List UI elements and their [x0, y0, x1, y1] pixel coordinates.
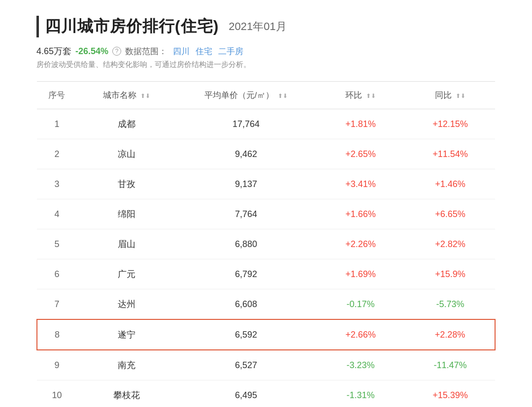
cell-rank: 6 — [37, 259, 77, 289]
cell-price: 6,527 — [176, 350, 316, 380]
cell-rank: 5 — [37, 229, 77, 259]
info-icon[interactable]: ? — [112, 47, 121, 56]
cell-city: 凉山 — [77, 139, 176, 169]
cell-rank: 9 — [37, 350, 77, 380]
table-row: 10攀枝花6,495-1.31%+15.39% — [37, 380, 495, 407]
cell-rank: 7 — [37, 289, 77, 320]
scope-tag-sichuan[interactable]: 四川 — [173, 46, 190, 57]
cell-mom: +2.65% — [316, 139, 405, 169]
cell-mom: +3.41% — [316, 169, 405, 199]
cell-price: 6,792 — [176, 259, 316, 289]
cell-yoy: +2.82% — [405, 229, 495, 259]
sort-icon-city: ⬆⬇ — [140, 93, 150, 99]
cell-yoy: +6.65% — [405, 199, 495, 229]
stats-row: 4.65万套 -26.54% ? 数据范围： 四川 住宅 二手房 — [36, 45, 496, 57]
cell-yoy: +15.9% — [405, 259, 495, 289]
cell-rank: 1 — [37, 109, 77, 139]
cell-yoy: -5.73% — [405, 289, 495, 320]
cell-city: 广元 — [77, 259, 176, 289]
table-row: 5眉山6,880+2.26%+2.82% — [37, 229, 495, 259]
cell-rank: 4 — [37, 199, 77, 229]
th-city[interactable]: 城市名称 ⬆⬇ — [77, 82, 176, 109]
sub-note: 房价波动受供给量、结构变化影响，可通过房价结构进一步分析。 — [36, 60, 496, 69]
cell-yoy: +2.28% — [405, 319, 495, 350]
cell-price: 9,462 — [176, 139, 316, 169]
sort-icon-mom: ⬆⬇ — [366, 93, 376, 99]
cell-city: 达州 — [77, 289, 176, 320]
th-price[interactable]: 平均单价（元/㎡） ⬆⬇ — [176, 82, 316, 109]
cell-price: 7,764 — [176, 199, 316, 229]
cell-mom: -3.23% — [316, 350, 405, 380]
cell-rank: 2 — [37, 139, 77, 169]
table-row: 3甘孜9,137+3.41%+1.46% — [37, 169, 495, 199]
cell-city: 遂宁 — [77, 319, 176, 350]
cell-yoy: +12.15% — [405, 109, 495, 139]
table-row: 7达州6,608-0.17%-5.73% — [37, 289, 495, 320]
cell-price: 9,137 — [176, 169, 316, 199]
table-row: 1成都17,764+1.81%+12.15% — [37, 109, 495, 139]
cell-rank: 8 — [37, 319, 77, 350]
table-row: 9南充6,527-3.23%-11.47% — [37, 350, 495, 380]
cell-price: 6,592 — [176, 319, 316, 350]
cell-price: 17,764 — [176, 109, 316, 139]
cell-mom: +2.26% — [316, 229, 405, 259]
th-yoy[interactable]: 同比 ⬆⬇ — [405, 82, 495, 109]
scope-tag-zhuzhai[interactable]: 住宅 — [196, 46, 212, 57]
stats-scope-label: 数据范围： — [125, 46, 167, 57]
stats-change: -26.54% — [75, 46, 108, 57]
table-header-row: 序号 城市名称 ⬆⬇ 平均单价（元/㎡） ⬆⬇ 环比 ⬆⬇ 同比 ⬆⬇ — [37, 82, 495, 109]
cell-rank: 3 — [37, 169, 77, 199]
cell-mom: +1.69% — [316, 259, 405, 289]
cell-rank: 10 — [37, 380, 77, 407]
cell-city: 攀枝花 — [77, 380, 176, 407]
page-title: 四川城市房价排行(住宅) — [36, 16, 219, 37]
cell-price: 6,495 — [176, 380, 316, 407]
th-rank: 序号 — [37, 82, 77, 109]
date-label: 2021年01月 — [229, 19, 286, 34]
cell-city: 南充 — [77, 350, 176, 380]
cell-mom: +2.66% — [316, 319, 405, 350]
cell-yoy: -11.47% — [405, 350, 495, 380]
cell-mom: -0.17% — [316, 289, 405, 320]
cell-yoy: +1.46% — [405, 169, 495, 199]
cell-mom: +1.81% — [316, 109, 405, 139]
price-table: 序号 城市名称 ⬆⬇ 平均单价（元/㎡） ⬆⬇ 环比 ⬆⬇ 同比 ⬆⬇ — [36, 81, 496, 407]
stats-count: 4.65万套 — [36, 45, 71, 57]
cell-mom: +1.66% — [316, 199, 405, 229]
header-row: 四川城市房价排行(住宅) 2021年01月 — [36, 16, 496, 37]
table-row: 4绵阳7,764+1.66%+6.65% — [37, 199, 495, 229]
scope-tag-ershou[interactable]: 二手房 — [218, 46, 243, 57]
table-row: 6广元6,792+1.69%+15.9% — [37, 259, 495, 289]
cell-city: 眉山 — [77, 229, 176, 259]
cell-yoy: +15.39% — [405, 380, 495, 407]
cell-price: 6,608 — [176, 289, 316, 320]
cell-mom: -1.31% — [316, 380, 405, 407]
th-mom[interactable]: 环比 ⬆⬇ — [316, 82, 405, 109]
sort-icon-yoy: ⬆⬇ — [456, 93, 466, 99]
cell-yoy: +11.54% — [405, 139, 495, 169]
table-row: 2凉山9,462+2.65%+11.54% — [37, 139, 495, 169]
table-row: 8遂宁6,592+2.66%+2.28% — [37, 319, 495, 350]
cell-city: 绵阳 — [77, 199, 176, 229]
cell-city: 成都 — [77, 109, 176, 139]
cell-city: 甘孜 — [77, 169, 176, 199]
main-container: 四川城市房价排行(住宅) 2021年01月 4.65万套 -26.54% ? 数… — [25, 0, 507, 407]
cell-price: 6,880 — [176, 229, 316, 259]
sort-icon-price: ⬆⬇ — [278, 93, 288, 99]
